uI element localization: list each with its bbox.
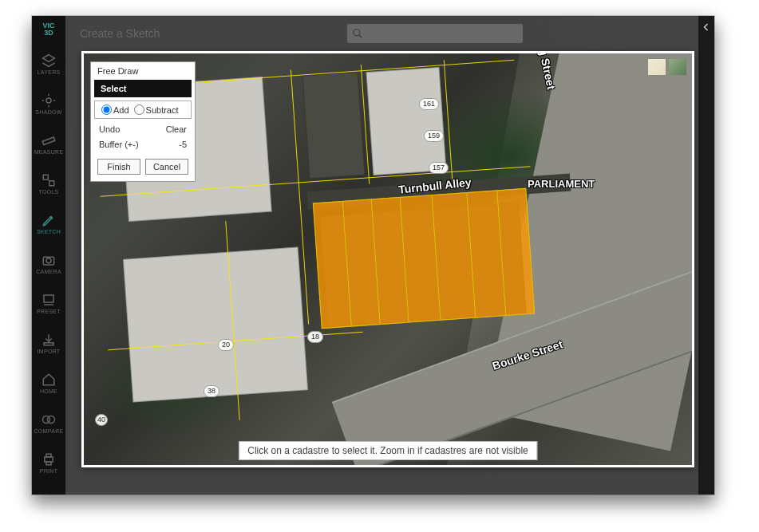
sidebar-item-import[interactable]: IMPORT [32,325,65,361]
sidebar-item-label: HOME [40,388,57,394]
camera-icon [41,252,57,268]
mode-row: Add Subtract [94,100,192,119]
mode-add-label: Add [113,105,129,115]
svg-rect-7 [43,175,48,179]
layers-icon [41,53,57,69]
mode-subtract-label: Subtract [146,105,179,115]
svg-rect-13 [44,343,53,345]
svg-rect-11 [44,295,53,302]
svg-point-10 [46,258,51,263]
page-title: Create a Sketch [80,27,160,40]
mode-subtract-radio[interactable] [134,104,144,115]
sidebar-item-label: SKETCH [37,229,61,234]
undo-button[interactable]: Undo [99,124,120,134]
sidebar-item-label: MEASURE [34,149,64,155]
building-roof [302,72,366,179]
tab-select[interactable]: Select [94,80,192,97]
print-icon [41,451,57,467]
compare-icon [41,412,57,428]
finish-button[interactable]: Finish [97,159,140,175]
chevron-left-icon [702,21,711,35]
sketch-panel: Free Draw Select Add Subtract Undo Clear… [90,61,196,182]
svg-rect-17 [46,454,51,457]
sun-icon [41,93,57,108]
selected-cadastre[interactable] [313,188,535,329]
address-number: 20 [218,339,234,351]
svg-point-19 [354,30,360,36]
address-number: 161 [419,98,439,110]
sidebar-item-print[interactable]: PRINT [32,445,65,480]
sidebar-item-compare[interactable]: COMPARE [32,405,65,440]
mode-subtract[interactable]: Subtract [134,104,179,115]
sidebar-item-measure[interactable]: MEASURE [32,126,65,161]
pencil-icon [41,212,57,228]
svg-rect-18 [46,462,51,465]
clear-button[interactable]: Clear [166,124,187,134]
address-number: 157 [429,162,449,174]
home-icon [41,372,57,388]
svg-point-1 [46,98,51,103]
sidebar-item-layers[interactable]: LAYERS [32,46,65,81]
svg-marker-0 [43,55,55,62]
import-icon [41,332,57,348]
sidebar-item-label: TOOLS [38,189,58,195]
search-icon [352,28,363,39]
sidebar-item-preset[interactable]: PRESET [32,286,65,321]
sidebar-item-label: PRESET [37,309,61,314]
map-panel[interactable]: Spring Street Turnbull Alley Bourke Stre… [81,51,694,467]
sidebar-item-home[interactable]: HOME [32,365,65,400]
svg-rect-8 [49,181,54,186]
basemap-switcher [647,58,687,76]
sidebar-item-tools[interactable]: TOOLS [32,166,65,201]
basemap-street-button[interactable] [647,58,666,76]
svg-line-20 [359,35,362,38]
sidebar-item-label: SHADOW [35,109,61,115]
app-logo: VIC 3D [42,19,54,41]
buffer-value[interactable]: -5 [179,140,187,149]
ruler-icon [41,132,57,148]
app-window: VIC 3D LAYERS SHADOW MEASURE TOOLS SKETC… [32,16,714,495]
buffer-label: Buffer (+-) [99,140,139,149]
sidebar-item-label: IMPORT [38,349,61,354]
right-panel-collapsed[interactable] [698,16,714,495]
sidebar-item-camera[interactable]: CAMERA [32,246,65,281]
building-roof [123,247,308,403]
sidebar-item-label: PRINT [40,468,58,474]
preset-icon [41,292,57,308]
building-roof [366,67,447,175]
poi-label-parliament: PARLIAMENT [528,178,595,190]
mode-add-radio[interactable] [101,104,112,115]
tools-icon [41,172,57,188]
address-number: 40 [95,414,108,426]
sidebar-item-label: COMPARE [34,428,64,434]
address-number: 38 [204,385,219,397]
basemap-satellite-button[interactable] [668,58,687,76]
svg-rect-6 [42,137,55,144]
map-hint: Click on a cadastre to select it. Zoom i… [239,441,537,460]
svg-rect-16 [45,457,53,462]
svg-point-15 [48,416,55,424]
sidebar-item-label: LAYERS [38,69,61,75]
address-number: 159 [424,130,444,142]
search-input[interactable] [347,24,523,43]
tab-free-draw[interactable]: Free Draw [91,62,195,80]
address-number: 18 [307,331,323,343]
mode-add[interactable]: Add [101,104,129,115]
sidebar-item-shadow[interactable]: SHADOW [32,86,65,121]
sidebar: VIC 3D LAYERS SHADOW MEASURE TOOLS SKETC… [32,16,65,495]
sidebar-item-sketch[interactable]: SKETCH [32,206,65,241]
sidebar-item-label: CAMERA [36,269,61,274]
cancel-button[interactable]: Cancel [145,159,188,175]
